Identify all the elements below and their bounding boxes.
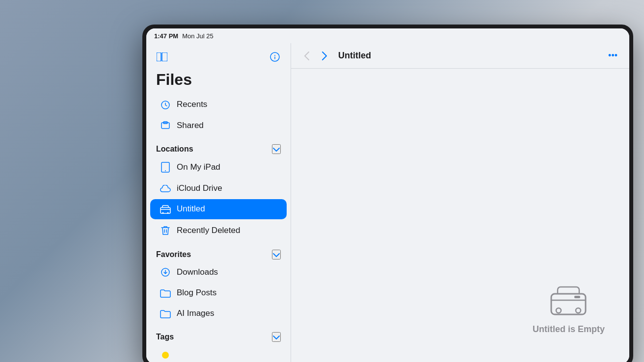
main-panel: Untitled ••• [291, 43, 629, 362]
empty-state-label: Untitled is Empty [533, 324, 605, 335]
empty-state: Untitled is Empty [291, 69, 629, 362]
svg-point-16 [556, 308, 561, 313]
svg-point-17 [576, 308, 581, 313]
empty-state-content: Untitled is Empty [533, 284, 605, 335]
ipad-screen: 1:47 PM Mon Jul 25 [146, 28, 629, 362]
drive-icon [160, 204, 171, 214]
panel-title: Untitled [338, 51, 371, 61]
ipad-icon [160, 162, 171, 173]
svg-rect-10 [161, 207, 170, 213]
more-options-label: ••• [608, 51, 617, 60]
favorites-chevron-button[interactable] [272, 250, 281, 259]
sidebar-item-shared[interactable]: Shared [150, 116, 287, 136]
sidebar-toggle-button[interactable] [154, 49, 170, 65]
svg-rect-18 [574, 296, 580, 298]
sidebar-header-icons [154, 49, 170, 65]
more-options-button[interactable]: ••• [604, 47, 621, 65]
tags-chevron-button[interactable] [272, 332, 281, 342]
recently-deleted-label: Recently Deleted [177, 226, 240, 235]
svg-point-12 [167, 212, 169, 213]
untitled-label: Untitled [177, 204, 205, 214]
svg-point-14 [162, 352, 169, 359]
status-time: 1:47 PM [154, 32, 178, 40]
ai-images-label: AI Images [177, 309, 215, 318]
panel-toolbar: Untitled ••• [291, 43, 629, 69]
recents-label: Recents [177, 100, 207, 109]
on-my-ipad-label: On My iPad [177, 162, 220, 172]
shared-label: Shared [177, 121, 204, 130]
favorites-title: Favorites [156, 250, 191, 259]
main-content: Files Recents [146, 43, 629, 362]
folder-blog-icon [160, 288, 171, 298]
recents-icon [160, 100, 171, 110]
status-bar: 1:47 PM Mon Jul 25 [146, 28, 629, 43]
sidebar: Files Recents [146, 43, 291, 362]
tags-section-header: Tags [146, 324, 291, 345]
back-button[interactable] [299, 48, 315, 64]
svg-point-3 [274, 55, 275, 56]
yellow-tag-icon [160, 350, 171, 360]
downloads-label: Downloads [177, 267, 218, 277]
sidebar-item-recently-deleted[interactable]: Recently Deleted [150, 220, 287, 241]
ipad-frame: 1:47 PM Mon Jul 25 [142, 25, 633, 362]
forward-button[interactable] [317, 48, 332, 64]
sidebar-title: Files [146, 69, 291, 95]
downloads-icon [160, 267, 171, 278]
sidebar-more-button[interactable] [267, 49, 283, 65]
blog-posts-label: Blog Posts [177, 288, 216, 298]
locations-section-header: Locations [146, 136, 291, 157]
sidebar-item-blog-posts[interactable]: Blog Posts [150, 283, 287, 303]
empty-drive-icon [549, 284, 588, 318]
sidebar-item-untitled[interactable]: Untitled [150, 199, 287, 219]
trash-icon [160, 225, 171, 236]
icloud-drive-label: iCloud Drive [177, 183, 222, 193]
locations-chevron-button[interactable] [272, 144, 281, 154]
sidebar-item-ai-images[interactable]: AI Images [150, 304, 287, 323]
icloud-icon [160, 183, 171, 193]
tags-title: Tags [156, 333, 174, 341]
svg-point-11 [162, 212, 164, 213]
folder-ai-icon [160, 309, 171, 318]
sidebar-header [146, 43, 291, 69]
sidebar-item-recents[interactable]: Recents [150, 95, 287, 115]
toolbar-navigation: Untitled [299, 48, 371, 64]
sidebar-item-icloud-drive[interactable]: iCloud Drive [150, 179, 287, 198]
locations-title: Locations [156, 145, 193, 154]
svg-point-9 [165, 170, 166, 171]
sidebar-item-on-my-ipad[interactable]: On My iPad [150, 157, 287, 178]
svg-rect-1 [162, 52, 167, 61]
favorites-section-header: Favorites [146, 242, 291, 262]
sidebar-item-downloads[interactable]: Downloads [150, 262, 287, 283]
svg-rect-0 [157, 52, 161, 61]
status-date: Mon Jul 25 [182, 32, 214, 40]
sidebar-item-yellow-tag[interactable] [150, 345, 287, 362]
shared-icon [160, 121, 171, 131]
